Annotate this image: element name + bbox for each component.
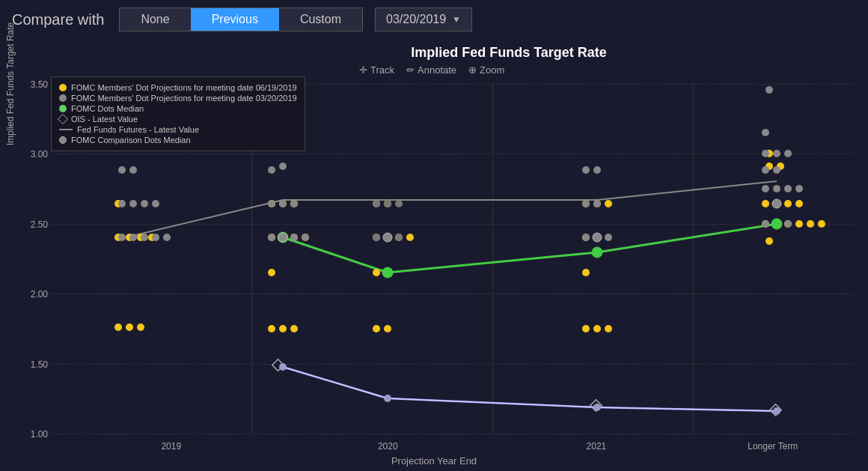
gdot — [762, 185, 769, 192]
gdot — [784, 220, 792, 228]
comp-med-dot — [383, 233, 392, 242]
legend-item-1: FOMC Members' Dot Projections for meetin… — [59, 83, 297, 92]
date-value: 03/20/2019 — [386, 13, 446, 26]
gdot — [384, 200, 391, 207]
legend-item-5: Fed Funds Futures - Latest Value — [59, 125, 297, 134]
comp-med-dot — [772, 199, 781, 208]
ydot — [593, 325, 601, 332]
gdot — [762, 150, 769, 157]
ois-init-dot — [279, 363, 287, 371]
grid-line-100: 1.00 — [51, 434, 853, 434]
gray-median-line — [126, 181, 777, 237]
annotate-label: Annotate — [418, 64, 456, 76]
legend-line-gray — [59, 129, 73, 130]
ydot — [818, 220, 825, 228]
ois-start-dot — [384, 395, 391, 402]
y-tick-150: 1.50 — [12, 359, 48, 370]
legend-dot-gray2 — [59, 136, 67, 144]
ydot — [268, 269, 275, 276]
chart-container: Implied Fed Funds Target Rate ✛ Track ✏ … — [0, 39, 868, 471]
gdot — [118, 234, 126, 241]
y-tick-250: 2.50 — [12, 219, 48, 230]
ydot — [279, 325, 287, 332]
green-med-dot — [771, 219, 782, 229]
gdot — [141, 234, 148, 241]
gdot — [582, 200, 590, 207]
x-tick-longer: Longer Term — [748, 441, 798, 452]
x-tick-2020: 2020 — [378, 441, 398, 452]
legend-label-2: FOMC Members' Dot Projections for meetin… — [71, 94, 297, 103]
y-tick-100: 1.00 — [12, 429, 48, 440]
ydot — [784, 200, 792, 207]
date-selector[interactable]: 03/20/2019 ▼ — [375, 7, 472, 31]
gdot — [784, 185, 792, 192]
ydot — [582, 325, 590, 332]
ydot — [795, 220, 803, 228]
gdot — [593, 200, 601, 207]
gdot — [582, 166, 590, 174]
zoom-tool[interactable]: ⊕ Zoom — [468, 64, 504, 76]
legend-diamond-icon — [58, 114, 68, 124]
legend-label-1: FOMC Members' Dot Projections for meetin… — [71, 83, 297, 92]
gdot — [268, 200, 275, 207]
ydot — [795, 200, 803, 207]
ydot — [765, 237, 773, 245]
gdot — [129, 200, 137, 207]
gdot — [773, 166, 780, 174]
top-bar: Compare with None Previous Custom 03/20/… — [0, 0, 868, 39]
ydot — [373, 325, 380, 332]
gdot — [762, 166, 769, 174]
btn-none[interactable]: None — [120, 8, 190, 31]
ois-mid-dot — [593, 404, 601, 411]
ydot — [290, 325, 298, 332]
x-tick-2021: 2021 — [587, 441, 607, 452]
gdot — [373, 234, 380, 241]
legend: FOMC Members' Dot Projections for meetin… — [51, 76, 305, 151]
annotate-icon: ✏ — [406, 64, 415, 76]
gdot — [141, 200, 148, 207]
ydot — [126, 323, 133, 331]
gdot — [582, 234, 590, 241]
gdot — [152, 234, 159, 241]
gdot — [152, 200, 159, 207]
chart-title: Implied Fed Funds Target Rate — [150, 45, 868, 61]
annotate-tool[interactable]: ✏ Annotate — [406, 64, 456, 76]
comp-med-dot — [278, 233, 287, 242]
gdot — [163, 234, 171, 241]
track-tool[interactable]: ✛ Track — [359, 64, 394, 76]
legend-label-6: FOMC Comparison Dots Median — [71, 136, 191, 145]
gdot — [118, 166, 126, 174]
btn-previous[interactable]: Previous — [191, 8, 279, 31]
dropdown-icon: ▼ — [452, 14, 461, 25]
gdot — [268, 234, 275, 241]
ydot — [762, 200, 769, 207]
ydot — [137, 323, 144, 331]
legend-label-5: Fed Funds Futures - Latest Value — [77, 125, 199, 134]
legend-dot-gray — [59, 94, 67, 102]
legend-label-3: FOMC Dots Median — [71, 104, 144, 113]
green-med-dot — [592, 247, 602, 258]
gdot — [129, 166, 137, 174]
ydot — [373, 269, 380, 276]
gdot — [593, 166, 601, 174]
x-tick-2019: 2019 — [161, 441, 181, 452]
gdot — [129, 234, 137, 241]
gdot — [773, 150, 780, 157]
track-icon: ✛ — [359, 64, 367, 76]
ydot — [582, 269, 590, 276]
gdot — [773, 185, 780, 192]
btn-custom[interactable]: Custom — [279, 8, 362, 31]
ydot — [807, 220, 814, 228]
gdot — [118, 200, 126, 207]
gdot — [762, 129, 769, 136]
legend-dot-yellow — [59, 84, 67, 91]
gdot — [395, 234, 403, 241]
gdot — [795, 185, 803, 192]
gdot — [279, 162, 287, 170]
gdot — [302, 234, 309, 241]
legend-item-4: OIS - Latest Value — [59, 115, 297, 124]
legend-item-2: FOMC Members' Dot Projections for meetin… — [59, 94, 297, 103]
legend-dot-green — [59, 105, 67, 112]
legend-item-3: FOMC Dots Median — [59, 104, 297, 113]
y-tick-300: 3.00 — [12, 149, 48, 159]
